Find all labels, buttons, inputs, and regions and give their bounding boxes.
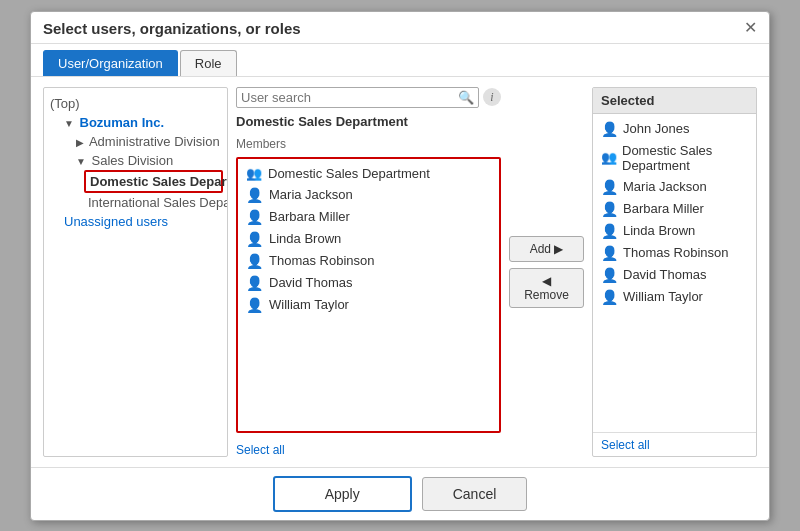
selected-footer: Select all xyxy=(593,432,756,456)
search-input[interactable] xyxy=(241,90,458,105)
tree-sales-subgroup: Domestic Sales Department International … xyxy=(72,170,223,212)
expand-icon-sales: ▼ xyxy=(76,156,86,167)
middle-panel: 🔍 i Domestic Sales Department Members 👥 … xyxy=(236,87,501,457)
expand-icon: ▼ xyxy=(64,118,74,129)
modal-overlay: Select users, organizations, or roles ✕ … xyxy=(0,0,800,531)
selected-label-1: Domestic Sales Department xyxy=(622,143,748,173)
tree-item-sales-div[interactable]: ▼ Sales Division xyxy=(72,151,223,170)
member-label-6: William Taylor xyxy=(269,297,349,312)
search-bar: 🔍 i xyxy=(236,87,501,108)
tree-panel: (Top) ▼ Bozuman Inc. ▶ Administrative Di… xyxy=(43,87,228,457)
selected-list: 👤 John Jones 👥 Domestic Sales Department… xyxy=(593,114,756,432)
add-button[interactable]: Add ▶ xyxy=(509,236,584,262)
selected-panel: Selected 👤 John Jones 👥 Domestic Sales D… xyxy=(592,87,757,457)
department-title: Domestic Sales Department xyxy=(236,114,501,129)
selected-label-0: John Jones xyxy=(623,121,690,136)
selected-user-icon-6: 👤 xyxy=(601,267,618,283)
modal: Select users, organizations, or roles ✕ … xyxy=(30,11,770,521)
tree-group: ▼ Bozuman Inc. ▶ Administrative Division… xyxy=(48,113,223,231)
member-item-5[interactable]: 👤 David Thomas xyxy=(238,272,499,294)
tree-item-unassigned[interactable]: Unassigned users xyxy=(60,212,223,231)
selected-item-7[interactable]: 👤 William Taylor xyxy=(593,286,756,308)
member-item-2[interactable]: 👤 Barbara Miller xyxy=(238,206,499,228)
selected-item-4[interactable]: 👤 Linda Brown xyxy=(593,220,756,242)
tree-item-domestic-sales[interactable]: Domestic Sales Department xyxy=(84,170,223,193)
members-label: Members xyxy=(236,137,501,151)
user-icon-1: 👤 xyxy=(246,187,263,203)
user-icon-2: 👤 xyxy=(246,209,263,225)
tab-role[interactable]: Role xyxy=(180,50,237,76)
user-icon-5: 👤 xyxy=(246,275,263,291)
member-label-dept: Domestic Sales Department xyxy=(268,166,430,181)
cancel-button[interactable]: Cancel xyxy=(422,477,528,511)
member-item-6[interactable]: 👤 William Taylor xyxy=(238,294,499,316)
user-icon-3: 👤 xyxy=(246,231,263,247)
selected-user-icon-5: 👤 xyxy=(601,245,618,261)
info-icon[interactable]: i xyxy=(483,88,501,106)
tab-user-organization[interactable]: User/Organization xyxy=(43,50,178,76)
selected-user-icon-0: 👤 xyxy=(601,121,618,137)
selected-user-icon-2: 👤 xyxy=(601,179,618,195)
tree-item-top[interactable]: (Top) xyxy=(48,94,223,113)
member-label-1: Maria Jackson xyxy=(269,187,353,202)
modal-header: Select users, organizations, or roles ✕ xyxy=(31,12,769,44)
tree-item-admin-div[interactable]: ▶ Administrative Division xyxy=(72,132,223,151)
selected-header: Selected xyxy=(593,88,756,114)
selected-user-icon-7: 👤 xyxy=(601,289,618,305)
selected-user-icon-4: 👤 xyxy=(601,223,618,239)
members-list: 👥 Domestic Sales Department 👤 Maria Jack… xyxy=(236,157,501,433)
member-item-4[interactable]: 👤 Thomas Robinson xyxy=(238,250,499,272)
chevron-right-icon: ▶ xyxy=(76,137,84,148)
selected-item-1[interactable]: 👥 Domestic Sales Department xyxy=(593,140,756,176)
tree-item-international-sales[interactable]: International Sales Department xyxy=(84,193,223,212)
modal-footer: Apply Cancel xyxy=(31,467,769,520)
member-item-dept[interactable]: 👥 Domestic Sales Department xyxy=(238,163,499,184)
modal-body: (Top) ▼ Bozuman Inc. ▶ Administrative Di… xyxy=(31,77,769,467)
apply-button[interactable]: Apply xyxy=(273,476,412,512)
member-label-4: Thomas Robinson xyxy=(269,253,375,268)
selected-user-icon-3: 👤 xyxy=(601,201,618,217)
tab-bar: User/Organization Role xyxy=(31,44,769,77)
selected-item-5[interactable]: 👤 Thomas Robinson xyxy=(593,242,756,264)
selected-label-2: Maria Jackson xyxy=(623,179,707,194)
tree-subgroup: ▶ Administrative Division ▼ Sales Divisi… xyxy=(60,132,223,212)
selected-item-3[interactable]: 👤 Barbara Miller xyxy=(593,198,756,220)
search-input-wrapper: 🔍 xyxy=(236,87,479,108)
selected-item-2[interactable]: 👤 Maria Jackson xyxy=(593,176,756,198)
member-label-2: Barbara Miller xyxy=(269,209,350,224)
select-all-members-link[interactable]: Select all xyxy=(236,443,501,457)
member-label-5: David Thomas xyxy=(269,275,353,290)
tree-item-bozuman[interactable]: ▼ Bozuman Inc. xyxy=(60,113,223,132)
search-icon: 🔍 xyxy=(458,90,474,105)
selected-item-0[interactable]: 👤 John Jones xyxy=(593,118,756,140)
selected-label-7: William Taylor xyxy=(623,289,703,304)
user-icon-4: 👤 xyxy=(246,253,263,269)
modal-title: Select users, organizations, or roles xyxy=(43,20,301,37)
member-item-3[interactable]: 👤 Linda Brown xyxy=(238,228,499,250)
selected-label-4: Linda Brown xyxy=(623,223,695,238)
remove-button[interactable]: ◀ Remove xyxy=(509,268,584,308)
select-all-selected-link[interactable]: Select all xyxy=(601,438,650,452)
selected-dept-icon-1: 👥 xyxy=(601,150,617,165)
selected-item-6[interactable]: 👤 David Thomas xyxy=(593,264,756,286)
member-label-3: Linda Brown xyxy=(269,231,341,246)
member-item-1[interactable]: 👤 Maria Jackson xyxy=(238,184,499,206)
selected-label-6: David Thomas xyxy=(623,267,707,282)
close-button[interactable]: ✕ xyxy=(744,20,757,36)
user-icon-6: 👤 xyxy=(246,297,263,313)
dept-icon: 👥 xyxy=(246,166,262,181)
selected-label-5: Thomas Robinson xyxy=(623,245,729,260)
selected-label-3: Barbara Miller xyxy=(623,201,704,216)
action-buttons: Add ▶ ◀ Remove xyxy=(509,87,584,457)
